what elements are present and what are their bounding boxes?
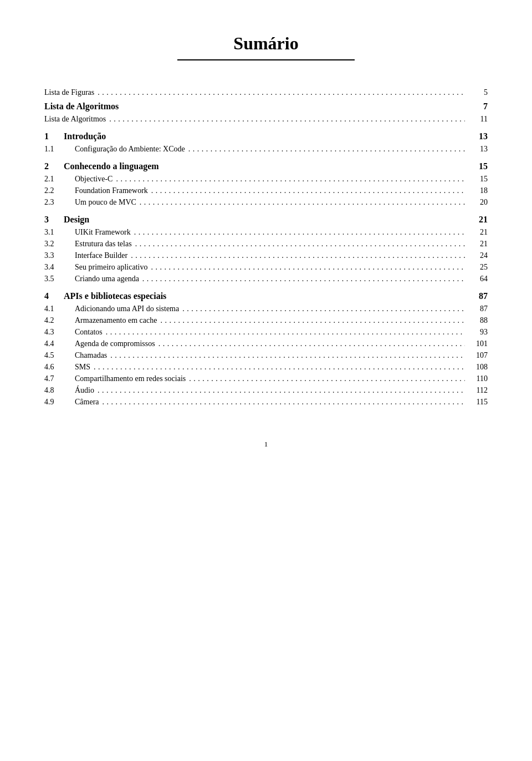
toc-dots: . . . . . . . . . . . . . . . . . . . . … bbox=[142, 275, 465, 283]
toc-dots: . . . . . . . . . . . . . . . . . . . . … bbox=[106, 328, 465, 337]
toc-section-page: 88 bbox=[468, 316, 488, 325]
toc-dots: . . . . . . . . . . . . . . . . . . . . … bbox=[98, 88, 465, 97]
toc-chapter-page: 15 bbox=[468, 161, 488, 171]
toc-row-apis-chapter: 4APIs e bibliotecas especiais87 bbox=[44, 291, 488, 301]
toc-section-label: Foundation Framework bbox=[75, 186, 148, 195]
toc-section-num: 4.9 bbox=[44, 398, 75, 407]
toc-row-armazenamento-cache: 4.2Armazenamento em cache. . . . . . . .… bbox=[44, 316, 488, 325]
toc-row-uikit-framework: 3.1UIKit Framework. . . . . . . . . . . … bbox=[44, 228, 488, 237]
toc-dots: . . . . . . . . . . . . . . . . . . . . … bbox=[109, 115, 465, 124]
toc-row-sms: 4.6SMS. . . . . . . . . . . . . . . . . … bbox=[44, 363, 488, 372]
toc-dots: . . . . . . . . . . . . . . . . . . . . … bbox=[151, 186, 465, 195]
toc-row-estrutura-telas: 3.2Estrutura das telas. . . . . . . . . … bbox=[44, 240, 488, 248]
toc-row-contatos: 4.3Contatos. . . . . . . . . . . . . . .… bbox=[44, 328, 488, 337]
toc-row-objective-c: 2.1Objective-C. . . . . . . . . . . . . … bbox=[44, 175, 488, 184]
toc-section-num: 3.4 bbox=[44, 263, 75, 272]
toc-dots: . . . . . . . . . . . . . . . . . . . . … bbox=[189, 374, 465, 383]
page-footer: 1 bbox=[44, 440, 488, 449]
toc-section-label: Estrutura das telas bbox=[75, 240, 132, 248]
toc-section-page: 112 bbox=[468, 386, 488, 395]
toc-row-introducao-chapter: 1Introdução13 bbox=[44, 131, 488, 141]
toc-section-label: Um pouco de MVC bbox=[75, 198, 136, 207]
toc-section-page: 25 bbox=[468, 263, 488, 272]
toc-section-num: 4.5 bbox=[44, 351, 75, 360]
toc-chapter-label: Design bbox=[64, 215, 468, 225]
toc-section-label: Lista de Figuras bbox=[44, 88, 94, 97]
toc-chapter-page: 21 bbox=[468, 215, 488, 225]
toc-section-label: Contatos bbox=[75, 328, 103, 337]
toc-chapter-num: 4 bbox=[44, 291, 64, 301]
toc-row-foundation-framework: 2.2Foundation Framework. . . . . . . . .… bbox=[44, 186, 488, 195]
toc-chapter-page: 7 bbox=[468, 102, 488, 111]
toc-section-page: 107 bbox=[468, 351, 488, 360]
toc-chapter-num: 3 bbox=[44, 215, 64, 225]
toc-section-page: 21 bbox=[468, 240, 488, 248]
toc-section-label: Chamadas bbox=[75, 351, 107, 360]
toc-row-interface-builder: 3.3Interface Builder. . . . . . . . . . … bbox=[44, 251, 488, 260]
toc-section-num: 3.1 bbox=[44, 228, 75, 237]
toc-section-page: 11 bbox=[468, 115, 488, 124]
toc-section-label: Armazenamento em cache bbox=[75, 316, 157, 325]
toc-row-agenda-compromissos: 4.4Agenda de compromissos. . . . . . . .… bbox=[44, 339, 488, 348]
toc-row-criando-agenda: 3.5Criando uma agenda. . . . . . . . . .… bbox=[44, 275, 488, 283]
toc-row-adicionando-api: 4.1Adicionando uma API do sistema. . . .… bbox=[44, 305, 488, 313]
toc-section-num: 4.7 bbox=[44, 374, 75, 383]
toc-section-num: 2.1 bbox=[44, 175, 75, 184]
toc-section-label: Adicionando uma API do sistema bbox=[75, 305, 179, 313]
toc-row-lista-algoritmos-chapter: Lista de Algoritmos7 bbox=[44, 102, 488, 111]
toc-section-page: 24 bbox=[468, 251, 488, 260]
toc-row-compartilhamento: 4.7Compartilhamento em redes sociais. . … bbox=[44, 374, 488, 383]
toc-row-camera: 4.9Câmera. . . . . . . . . . . . . . . .… bbox=[44, 398, 488, 407]
toc-dots: . . . . . . . . . . . . . . . . . . . . … bbox=[151, 263, 465, 272]
toc-section-label: Criando uma agenda bbox=[75, 275, 139, 283]
toc-chapter-page: 13 bbox=[468, 131, 488, 141]
toc-section-page: 87 bbox=[468, 305, 488, 313]
toc-row-audio: 4.8Áudio. . . . . . . . . . . . . . . . … bbox=[44, 386, 488, 395]
toc-row-primeiro-aplicativo: 3.4Seu primeiro aplicativo. . . . . . . … bbox=[44, 263, 488, 272]
toc-section-page: 13 bbox=[468, 145, 488, 154]
toc-row-chamadas: 4.5Chamadas. . . . . . . . . . . . . . .… bbox=[44, 351, 488, 360]
toc-section-num: 3.2 bbox=[44, 240, 75, 248]
toc-dots: . . . . . . . . . . . . . . . . . . . . … bbox=[103, 398, 465, 407]
toc-section-label: SMS bbox=[75, 363, 90, 372]
toc-chapter-label: Introdução bbox=[64, 131, 468, 141]
toc-section-label: Configuração do Ambiente: XCode bbox=[75, 145, 185, 154]
toc-dots: . . . . . . . . . . . . . . . . . . . . … bbox=[110, 351, 465, 360]
toc-section-num: 4.4 bbox=[44, 339, 75, 348]
toc-section-label: UIKit Framework bbox=[75, 228, 131, 237]
page-title: Sumário bbox=[44, 33, 488, 54]
toc-section-page: 18 bbox=[468, 186, 488, 195]
toc-chapter-page: 87 bbox=[468, 291, 488, 301]
toc-section-label: Lista de Algoritmos bbox=[44, 115, 106, 124]
toc-section-page: 115 bbox=[468, 398, 488, 407]
toc-row-lista-algoritmos-section: Lista de Algoritmos. . . . . . . . . . .… bbox=[44, 115, 488, 124]
toc-dots: . . . . . . . . . . . . . . . . . . . . … bbox=[182, 305, 465, 313]
toc-section-page: 64 bbox=[468, 275, 488, 283]
toc-section-num: 4.6 bbox=[44, 363, 75, 372]
toc-section-page: 93 bbox=[468, 328, 488, 337]
toc-section-num: 1.1 bbox=[44, 145, 75, 154]
toc-row-configuracao: 1.1Configuração do Ambiente: XCode. . . … bbox=[44, 145, 488, 154]
toc-chapter-num: 1 bbox=[44, 131, 64, 141]
toc-dots: . . . . . . . . . . . . . . . . . . . . … bbox=[94, 363, 465, 372]
toc-chapter-label: Lista de Algoritmos bbox=[44, 102, 468, 111]
toc-section-label: Objective-C bbox=[75, 175, 112, 184]
toc-section-label: Áudio bbox=[75, 386, 94, 395]
toc-section-page: 101 bbox=[468, 339, 488, 348]
toc-row-lista-figuras: Lista de Figuras. . . . . . . . . . . . … bbox=[44, 88, 488, 97]
title-divider bbox=[177, 59, 355, 60]
toc-section-num: 2.3 bbox=[44, 198, 75, 207]
toc-section-page: 110 bbox=[468, 374, 488, 383]
toc-section-num: 4.8 bbox=[44, 386, 75, 395]
toc-chapter-num: 2 bbox=[44, 161, 64, 171]
toc-section-label: Agenda de compromissos bbox=[75, 339, 155, 348]
toc-section-page: 20 bbox=[468, 198, 488, 207]
toc-section-num: 2.2 bbox=[44, 186, 75, 195]
toc-dots: . . . . . . . . . . . . . . . . . . . . … bbox=[140, 198, 465, 207]
toc-section-page: 15 bbox=[468, 175, 488, 184]
toc-dots: . . . . . . . . . . . . . . . . . . . . … bbox=[134, 228, 465, 237]
toc-container: Lista de Figuras. . . . . . . . . . . . … bbox=[44, 88, 488, 407]
toc-row-design-chapter: 3Design21 bbox=[44, 215, 488, 225]
toc-section-page: 21 bbox=[468, 228, 488, 237]
toc-dots: . . . . . . . . . . . . . . . . . . . . … bbox=[188, 145, 465, 154]
